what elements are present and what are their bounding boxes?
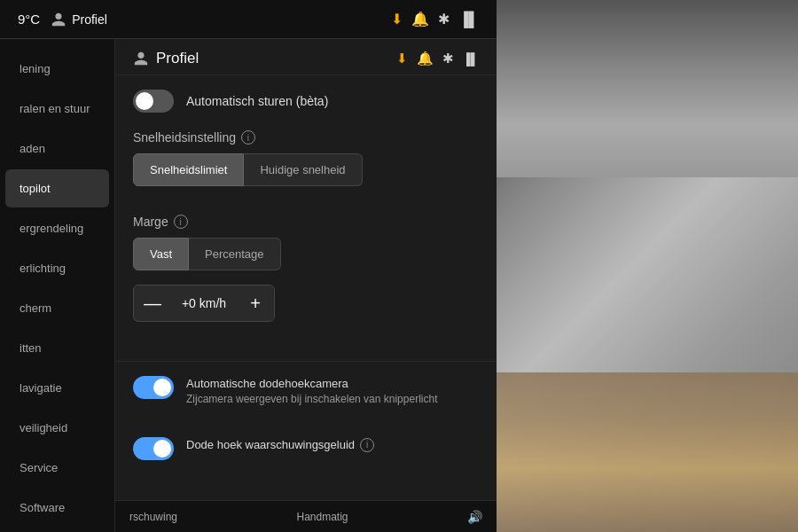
marge-btn-group: Vast Percentage — [133, 238, 479, 270]
temperature-display: 9°C — [18, 12, 40, 27]
auto-steer-row: Automatisch sturen (bèta) — [133, 90, 479, 113]
sidebar-item-stoelen[interactable]: itten — [5, 329, 109, 367]
divider-1 — [115, 361, 497, 362]
status-bar: 9°C Profiel ⬇ 🔔 ✱ ▐▌ — [0, 0, 497, 39]
signal-icon: ▐▌ — [458, 12, 479, 27]
dodehoek-camera-toggle[interactable] — [133, 376, 174, 399]
sidebar-item-rijden-stuur[interactable]: ralen en stuur — [5, 90, 109, 128]
auto-steer-label: Automatisch sturen (bèta) — [186, 94, 328, 108]
download-icon: ⬇ — [391, 11, 403, 27]
auto-steer-slider — [133, 90, 174, 113]
sidebar-item-autopilot[interactable]: topilot — [5, 169, 109, 207]
dodehoek-camera-sublabel: Zijcamera weergeven bij inschakelen van … — [186, 392, 437, 407]
speed-option-snelheidslimiet[interactable]: Snelheidslimiet — [133, 153, 244, 186]
main-title: Profiel — [133, 50, 199, 67]
speed-value-display: +0 km/h — [171, 296, 237, 310]
sidebar-item-software[interactable]: Software — [5, 489, 109, 527]
bottom-bar: rschuwing Handmatig 🔊 — [115, 500, 497, 532]
marge-label: Marge i — [133, 215, 479, 229]
speed-setting-label: Snelheidsinstelling i — [133, 130, 479, 145]
sidebar-item-lening[interactable]: lening — [5, 50, 109, 88]
speed-option-huidige-snelheid[interactable]: Huidige snelheid — [244, 153, 362, 186]
header-download-icon: ⬇ — [396, 51, 408, 66]
dodehoek-camera-row: Automatische dodehoekcamera Zijcamera we… — [133, 376, 479, 407]
dodehoek-camera-text: Automatische dodehoekcamera Zijcamera we… — [186, 376, 437, 407]
speed-setting-info-icon[interactable]: i — [241, 130, 255, 145]
dodehoek-waarschuwing-info-icon[interactable]: i — [360, 438, 374, 452]
header-status-icons: ⬇ 🔔 ✱ ▐▌ — [396, 51, 479, 66]
tesla-screen: 9°C Profiel ⬇ 🔔 ✱ ▐▌ lening ralen en stu… — [0, 0, 497, 532]
speed-increase-button[interactable]: + — [237, 285, 274, 322]
sidebar-item-veiligheid[interactable]: veiligheid — [5, 409, 109, 447]
bell-icon: 🔔 — [411, 11, 429, 27]
dodehoek-waarschuwing-row: Dode hoek waarschuwingsgeluid i — [133, 437, 479, 460]
header-bluetooth-icon: ✱ — [442, 51, 454, 66]
sidebar-item-service[interactable]: Service — [5, 449, 109, 487]
bottom-right-text: Handmatig — [297, 511, 348, 523]
content-area: lening ralen en stuur aden topilot ergre… — [0, 39, 497, 532]
dodehoek-waarschuwing-slider — [133, 437, 174, 460]
sidebar-item-scherm[interactable]: cherm — [5, 289, 109, 327]
status-icons: ⬇ 🔔 ✱ ▐▌ — [391, 11, 479, 27]
dodehoek-waarschuwing-section: Dode hoek waarschuwingsgeluid i — [115, 437, 497, 490]
auto-steer-toggle[interactable] — [133, 90, 174, 113]
dodehoek-waarschuwing-label: Dode hoek waarschuwingsgeluid — [186, 437, 355, 453]
profile-icon — [51, 12, 66, 27]
sidebar-item-vergrendeling[interactable]: ergrendeling — [5, 209, 109, 247]
dodehoek-camera-section: Automatische dodehoekcamera Zijcamera we… — [115, 376, 497, 437]
dodehoek-camera-label: Automatische dodehoekcamera — [186, 376, 437, 392]
bluetooth-icon: ✱ — [438, 11, 450, 27]
marge-option-percentage[interactable]: Percentage — [189, 238, 281, 270]
dodehoek-waarschuwing-text: Dode hoek waarschuwingsgeluid i — [186, 437, 374, 453]
header-bell-icon: 🔔 — [417, 51, 434, 66]
header-signal-icon: ▐▌ — [463, 52, 479, 66]
profile-icon-main — [133, 51, 149, 66]
auto-steer-section: Automatisch sturen (bèta) — [115, 75, 497, 130]
sidebar-item-verlichting[interactable]: erlichting — [5, 249, 109, 287]
sidebar: lening ralen en stuur aden topilot ergre… — [0, 39, 115, 532]
marge-option-vast[interactable]: Vast — [133, 238, 189, 270]
sidebar-item-laden[interactable]: aden — [5, 129, 109, 168]
main-panel: Profiel ⬇ 🔔 ✱ ▐▌ Automatisch sturen (bèt… — [115, 39, 497, 532]
dodehoek-camera-slider — [133, 376, 174, 399]
profile-button[interactable]: Profiel — [51, 12, 107, 27]
speed-adjust-control: — +0 km/h + — [133, 285, 275, 322]
sidebar-item-navigatie[interactable]: lavigatie — [5, 369, 109, 407]
profile-label: Profiel — [72, 12, 107, 27]
speed-setting-btn-group: Snelheidslimiet Huidige snelheid — [133, 153, 479, 186]
speed-decrease-button[interactable]: — — [134, 285, 171, 322]
speed-setting-section: Snelheidsinstelling i Snelheidslimiet Hu… — [115, 130, 497, 215]
marge-info-icon[interactable]: i — [174, 215, 188, 229]
volume-icon[interactable]: 🔊 — [467, 510, 482, 524]
car-interior-background — [461, 0, 798, 532]
bottom-left-text: rschuwing — [129, 511, 177, 523]
marge-section: Marge i Vast Percentage — +0 km/ — [115, 215, 497, 354]
dodehoek-waarschuwing-toggle[interactable] — [133, 437, 174, 460]
main-header: Profiel ⬇ 🔔 ✱ ▐▌ — [115, 39, 497, 75]
